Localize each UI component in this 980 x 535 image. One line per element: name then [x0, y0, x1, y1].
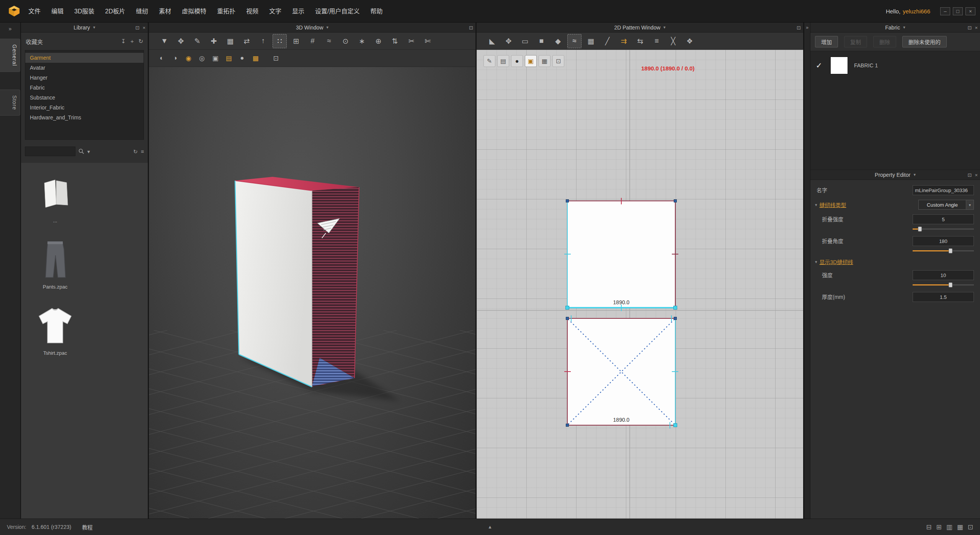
tack-icon[interactable]: ⊕: [371, 34, 385, 48]
menu-material[interactable]: 素材: [154, 0, 176, 23]
fold-strength-slider[interactable]: [913, 226, 974, 232]
library-category-interior-fabric[interactable]: Interior_Fabric: [25, 103, 144, 113]
pattern-mesh-icon[interactable]: ▦: [539, 55, 550, 67]
library-category-hanger[interactable]: Hanger: [25, 73, 144, 83]
copy-fabric-button[interactable]: 复制: [844, 36, 867, 47]
show-avatar-2d-icon[interactable]: ●: [511, 55, 523, 67]
delete-fabric-button[interactable]: 删除: [873, 36, 896, 47]
pattern-grid-icon[interactable]: ▦: [584, 34, 598, 48]
close-icon[interactable]: ×: [965, 7, 975, 15]
minimize-icon[interactable]: –: [940, 7, 950, 15]
edit-sewing-icon[interactable]: ≈: [567, 34, 581, 48]
2d-canvas[interactable]: 1890.0: [477, 50, 803, 519]
menu-display[interactable]: 显示: [287, 0, 310, 23]
download-icon[interactable]: ↧: [121, 38, 126, 45]
solidify-icon[interactable]: ⊙: [338, 34, 353, 48]
tutorial-link[interactable]: 教程: [82, 523, 93, 531]
pen-2d-icon[interactable]: ✎: [483, 55, 495, 67]
menu-text[interactable]: 文字: [264, 0, 287, 23]
layout-full-icon[interactable]: ⊡: [968, 523, 973, 531]
free-sewing-3d-icon[interactable]: ∷: [273, 34, 287, 48]
layout-split-icon[interactable]: ⊞: [936, 523, 941, 531]
layout-grid-icon[interactable]: ▦: [957, 523, 963, 531]
collapse-caret-icon[interactable]: ▾: [810, 259, 817, 264]
rail-tab-store[interactable]: Store: [0, 90, 20, 116]
rail-tab-general[interactable]: General: [0, 39, 20, 72]
garment-3d[interactable]: [235, 177, 359, 387]
pleats-sewing-icon[interactable]: ≡: [650, 34, 664, 48]
pattern-piece-bottom[interactable]: 1890.0: [564, 315, 678, 429]
avatar-pose-icon[interactable]: ◎: [196, 52, 208, 64]
float-panel-icon[interactable]: ⊡: [469, 25, 473, 31]
search-input[interactable]: [25, 147, 75, 156]
maximize-icon[interactable]: □: [953, 7, 963, 15]
fabric-list-item[interactable]: ✓ FABRIC 1: [816, 57, 975, 74]
grading-icon[interactable]: ❖: [683, 34, 697, 48]
show-garment-2d-icon[interactable]: ▣: [525, 55, 537, 67]
library-category-avatar[interactable]: Avatar: [25, 63, 144, 73]
close-panel-icon[interactable]: ×: [975, 25, 978, 31]
sewing-scissors-icon[interactable]: ✄: [421, 34, 435, 48]
edit-pattern-icon[interactable]: ✥: [501, 34, 516, 48]
strength-slider[interactable]: [913, 282, 974, 287]
expand-bottom-bar-icon[interactable]: ▲: [488, 524, 492, 530]
render-icon[interactable]: ⊡: [270, 52, 282, 64]
delete-unused-fabric-button[interactable]: 删除未使用的: [902, 36, 947, 47]
detail-sewing-icon[interactable]: ⇆: [633, 34, 647, 48]
float-panel-icon[interactable]: ⊡: [797, 25, 801, 31]
fold-strength-input[interactable]: [913, 214, 974, 224]
avatar-silhouette-icon[interactable]: ●: [236, 52, 248, 64]
scissors-icon[interactable]: ✂: [404, 34, 418, 48]
show-garment-icon[interactable]: ▣: [209, 52, 221, 64]
3d-viewport[interactable]: [149, 67, 475, 519]
thickness-input[interactable]: [913, 292, 974, 302]
segment-sewing-3d-icon[interactable]: ⊞: [289, 34, 303, 48]
library-category-substance[interactable]: Substance: [25, 93, 144, 103]
strength-input[interactable]: [913, 270, 974, 280]
refresh-library-icon[interactable]: ↻: [133, 148, 138, 155]
wind-icon[interactable]: ≈: [322, 34, 336, 48]
library-category-fabric[interactable]: Fabric: [25, 83, 144, 93]
list-view-toggle-icon[interactable]: ≡: [141, 148, 144, 155]
2d-window-header[interactable]: 2D Pattern Window ▾ ⊡: [477, 23, 803, 33]
menu-sewing[interactable]: 缝纫: [131, 0, 154, 23]
name-input[interactable]: [913, 185, 974, 195]
float-panel-icon[interactable]: ⊡: [136, 25, 140, 31]
pin-tool-icon[interactable]: ✚: [207, 34, 221, 48]
segment-sewing-icon[interactable]: ╱: [600, 34, 614, 48]
menu-3d-garment[interactable]: 3D服装: [69, 0, 100, 23]
transform-pattern-icon[interactable]: ◣: [485, 34, 499, 48]
garment-texture-icon[interactable]: ▤: [223, 52, 235, 64]
flip-garment-icon[interactable]: ⇄: [240, 34, 254, 48]
show-avatar-icon[interactable]: ◐: [156, 52, 168, 64]
fabric-texture-icon[interactable]: ▩: [250, 52, 261, 64]
refresh-icon[interactable]: ↻: [138, 38, 143, 45]
fold-angle-slider[interactable]: [913, 248, 974, 253]
menu-help[interactable]: 帮助: [365, 0, 388, 23]
property-editor-header[interactable]: Property Editor ▾ ⊡ ×: [810, 170, 980, 180]
3d-window-header[interactable]: 3D Window ▾ ⊡: [149, 23, 475, 33]
collapse-caret-icon[interactable]: ▾: [810, 202, 817, 207]
fabric-swatch[interactable]: [830, 57, 848, 74]
arrange-points-icon[interactable]: ▦: [223, 34, 237, 48]
pin-box-icon[interactable]: #: [305, 34, 320, 48]
add-fabric-button[interactable]: 增加: [815, 36, 838, 47]
pattern-piece-top[interactable]: 1890.0: [564, 198, 678, 311]
check-icon[interactable]: ✓: [816, 61, 824, 70]
fold-angle-input[interactable]: [913, 236, 974, 246]
close-panel-icon[interactable]: ×: [142, 25, 145, 31]
menu-retopology[interactable]: 重拓扑: [212, 0, 241, 23]
layout-columns-icon[interactable]: ▥: [946, 523, 952, 531]
search-icon[interactable]: [78, 148, 84, 154]
dart-icon[interactable]: ◆: [551, 34, 565, 48]
menu-2d-pattern[interactable]: 2D板片: [100, 0, 131, 23]
menu-avatar[interactable]: 虚拟模特: [176, 0, 212, 23]
free-sewing-icon[interactable]: ⇉: [617, 34, 631, 48]
library-item-pants[interactable]: Pants.zpac: [33, 239, 78, 290]
seam-type-select[interactable]: Custom Angle ▾: [918, 200, 974, 210]
menu-video[interactable]: 视频: [241, 0, 264, 23]
expand-panel-icon[interactable]: »: [9, 26, 12, 32]
username-link[interactable]: yeluzhi666: [903, 8, 930, 15]
fabric-surface-icon[interactable]: ▤: [497, 55, 509, 67]
menu-edit[interactable]: 编辑: [46, 0, 69, 23]
